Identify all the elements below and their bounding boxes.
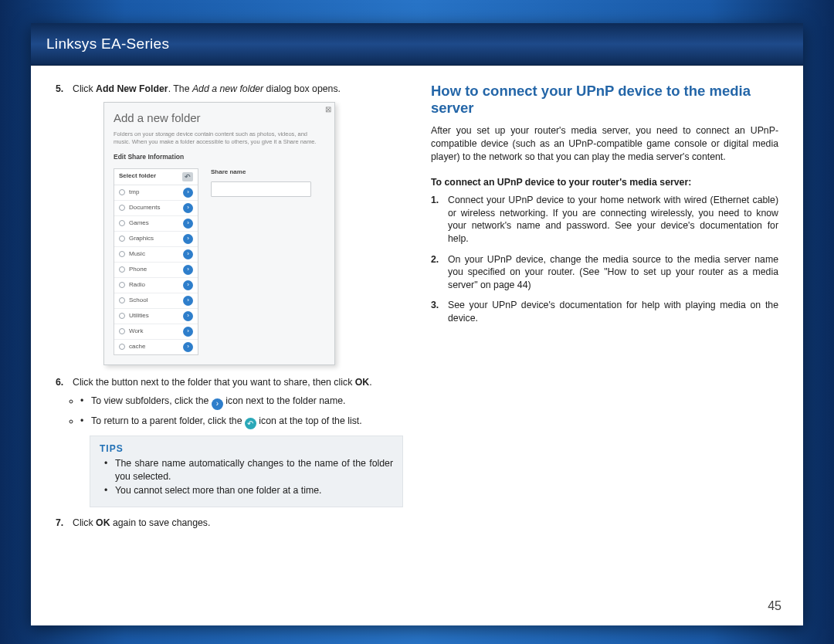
- step-number: 2.: [431, 253, 439, 266]
- dialog-section-label: Edit Share Information: [114, 153, 325, 161]
- folder-name: cache: [129, 343, 145, 351]
- step-number: 5.: [56, 83, 63, 96]
- chevron-right-icon[interactable]: ›: [183, 188, 193, 198]
- header-title: Linksys EA-Series: [46, 36, 169, 53]
- step-5: 5. Click Add New Folder. The Add a new f…: [56, 83, 403, 365]
- chevron-right-icon[interactable]: ›: [183, 234, 193, 244]
- folder-row[interactable]: Radio›: [114, 277, 198, 293]
- step-number: 7.: [56, 517, 63, 530]
- radio-icon[interactable]: [119, 328, 125, 334]
- right-step-2: 2. On your UPnP device, change the media…: [431, 253, 778, 292]
- dialog-screenshot: ⊠ Add a new folder Folders on your stora…: [103, 102, 403, 365]
- right-step-3: 3. See your UPnP device's documentation …: [431, 299, 778, 324]
- select-folder-label: Select folder: [119, 172, 156, 181]
- folder-row[interactable]: Utilities›: [114, 308, 198, 324]
- step-number: 1.: [431, 194, 439, 207]
- folder-name: Work: [129, 327, 144, 336]
- folder-name: Phone: [129, 266, 147, 274]
- dialog-title: Add a new folder: [114, 110, 325, 126]
- step6-text: Click the button next to the folder that…: [73, 377, 372, 388]
- folder-row[interactable]: Graphics›: [114, 231, 198, 246]
- folder-row[interactable]: tmp›: [114, 185, 198, 200]
- folder-name: Graphics: [129, 235, 154, 243]
- section-heading: How to connect your UPnP device to the m…: [431, 83, 778, 117]
- radio-icon[interactable]: [119, 266, 125, 273]
- folder-row[interactable]: Documents›: [114, 200, 198, 215]
- folder-name: tmp: [129, 188, 139, 197]
- dialog-description: Folders on your storage device contain c…: [114, 130, 325, 146]
- folder-name: Games: [129, 219, 149, 228]
- folder-row[interactable]: Games›: [114, 215, 198, 231]
- right-step-1: 1. Connect your UPnP device to your home…: [431, 194, 778, 245]
- chevron-right-icon[interactable]: ›: [183, 265, 193, 275]
- tips-box: TIPS The share name automatically change…: [90, 436, 403, 507]
- chevron-right-icon[interactable]: ›: [183, 296, 193, 306]
- chevron-right-icon[interactable]: ›: [183, 280, 193, 290]
- right-column: How to connect your UPnP device to the m…: [431, 83, 778, 537]
- folder-row[interactable]: Phone›: [114, 262, 198, 277]
- folder-row[interactable]: School›: [114, 293, 198, 308]
- chevron-right-icon: ›: [212, 398, 223, 410]
- folder-row[interactable]: cache›: [114, 339, 198, 354]
- folder-name: Music: [129, 250, 145, 259]
- procedure-subhead: To connect an UPnP device to your router…: [431, 177, 778, 188]
- radio-icon[interactable]: [119, 189, 125, 195]
- step5-text: Click Add New Folder. The Add a new fold…: [73, 83, 341, 94]
- radio-icon[interactable]: [119, 236, 125, 242]
- folder-list: Select folder ↶ tmp›Documents›Games›Grap…: [114, 168, 198, 355]
- radio-icon[interactable]: [119, 344, 125, 350]
- intro-paragraph: After you set up your router's media ser…: [431, 124, 778, 163]
- back-icon[interactable]: ↶: [182, 172, 193, 181]
- chevron-right-icon[interactable]: ›: [183, 342, 193, 352]
- share-name-label: Share name: [211, 168, 325, 177]
- folder-name: Radio: [129, 281, 145, 290]
- step-7: 7. Click OK again to save changes.: [56, 517, 403, 530]
- tips-title: TIPS: [100, 442, 393, 455]
- radio-icon[interactable]: [119, 297, 125, 303]
- radio-icon[interactable]: [119, 251, 125, 257]
- chevron-right-icon[interactable]: ›: [183, 203, 193, 213]
- radio-icon[interactable]: [119, 313, 125, 319]
- step-6: 6. Click the button next to the folder t…: [56, 376, 403, 507]
- chevron-right-icon[interactable]: ›: [183, 311, 193, 321]
- radio-icon[interactable]: [119, 205, 125, 211]
- add-folder-dialog: ⊠ Add a new folder Folders on your stora…: [103, 102, 335, 365]
- step-number: 3.: [431, 299, 439, 312]
- back-arrow-icon: ↶: [245, 418, 256, 429]
- step-number: 6.: [56, 376, 63, 389]
- radio-icon[interactable]: [119, 220, 125, 226]
- folder-row[interactable]: Music›: [114, 246, 198, 262]
- close-icon[interactable]: ⊠: [325, 104, 331, 115]
- folder-name: Documents: [129, 204, 160, 212]
- chevron-right-icon[interactable]: ›: [183, 327, 193, 337]
- chevron-right-icon[interactable]: ›: [183, 219, 193, 229]
- folder-name: School: [129, 297, 147, 305]
- step7-text: Click OK again to save changes.: [73, 517, 210, 528]
- header-band: Linksys EA-Series: [31, 23, 803, 66]
- left-column: 5. Click Add New Folder. The Add a new f…: [56, 83, 403, 537]
- step6-sub1: To view subfolders, click the › icon nex…: [80, 395, 403, 409]
- page-number: 45: [768, 599, 781, 613]
- radio-icon[interactable]: [119, 282, 125, 288]
- share-name-input[interactable]: [211, 181, 311, 197]
- document-page: Linksys EA-Series 5. Click Add New Folde…: [31, 23, 803, 625]
- folder-name: Utilities: [129, 312, 149, 320]
- step6-sub2: To return to a parent folder, click the …: [80, 415, 403, 429]
- tip-item: You cannot select more than one folder a…: [104, 484, 393, 497]
- folder-row[interactable]: Work›: [114, 324, 198, 339]
- two-column-layout: 5. Click Add New Folder. The Add a new f…: [31, 66, 803, 537]
- tip-item: The share name automatically changes to …: [104, 457, 393, 483]
- chevron-right-icon[interactable]: ›: [183, 249, 193, 259]
